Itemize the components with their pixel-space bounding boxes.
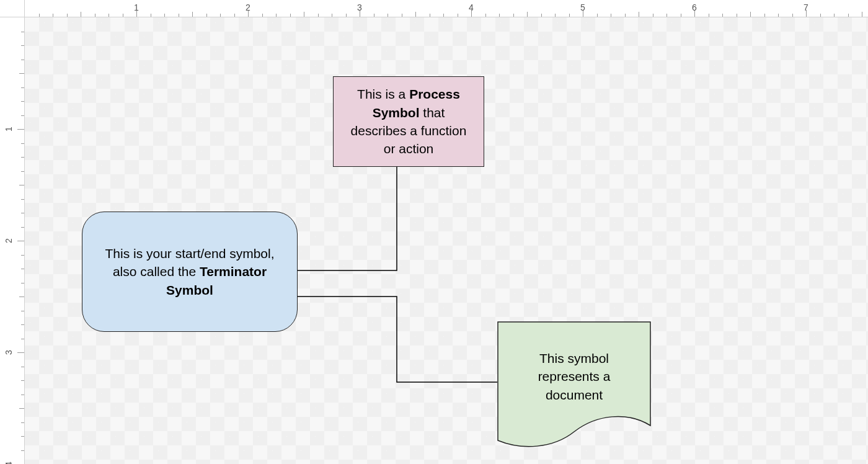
ruler-vertical[interactable]: 1234 xyxy=(0,17,25,464)
ruler-v-label: 3 xyxy=(4,350,14,355)
drawing-canvas[interactable]: This is your start/end symbol, also call… xyxy=(25,17,868,464)
ruler-h-label: 5 xyxy=(580,2,585,12)
drawing-editor: 1234567 1234 This is your start/end symb… xyxy=(0,0,868,464)
ruler-h-label: 3 xyxy=(357,2,362,12)
terminator-shape[interactable]: This is your start/end symbol, also call… xyxy=(82,212,298,332)
connector-terminator-document[interactable] xyxy=(298,297,497,382)
ruler-h-label: 7 xyxy=(804,2,808,12)
ruler-v-label: 2 xyxy=(4,238,14,243)
ruler-horizontal[interactable]: 1234567 xyxy=(25,0,868,17)
process-shape[interactable]: This is a Process Symbol that describes … xyxy=(333,76,484,167)
ruler-h-label: 2 xyxy=(246,2,250,12)
ruler-h-label: 4 xyxy=(469,2,474,12)
terminator-text: This is your start/end symbol, also call… xyxy=(94,244,286,299)
ruler-v-label: 4 xyxy=(4,462,14,464)
process-text: This is a Process Symbol that describes … xyxy=(345,85,472,158)
document-shape[interactable]: This symbol represents a document xyxy=(497,321,651,452)
ruler-corner xyxy=(0,0,25,17)
ruler-h-label: 1 xyxy=(134,2,139,12)
ruler-h-label: 6 xyxy=(692,2,697,12)
connector-terminator-process[interactable] xyxy=(298,167,397,270)
document-text: This symbol represents a document xyxy=(497,349,651,404)
ruler-v-label: 1 xyxy=(4,127,14,132)
